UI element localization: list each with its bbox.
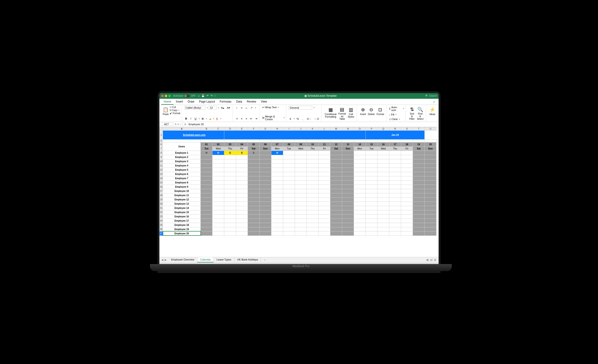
grid-cell[interactable] — [389, 214, 401, 219]
grid-cell[interactable] — [260, 219, 271, 223]
grid-cell[interactable] — [236, 202, 248, 206]
grid-cell[interactable] — [201, 206, 212, 210]
grid-cell[interactable] — [224, 206, 236, 210]
column-header[interactable]: O — [354, 127, 366, 130]
grid-cell[interactable] — [212, 168, 224, 172]
grid-cell[interactable] — [342, 176, 354, 180]
grid-cell[interactable] — [307, 189, 319, 193]
column-header[interactable]: S — [401, 127, 413, 130]
grid-cell[interactable] — [366, 219, 378, 223]
grid-cell[interactable] — [201, 155, 212, 159]
grid-cell[interactable] — [378, 202, 389, 206]
row-header[interactable]: 18 — [160, 193, 163, 197]
grid-cell[interactable] — [378, 223, 389, 227]
grid-cell[interactable] — [307, 176, 319, 180]
grid-cell[interactable] — [366, 197, 378, 202]
grid-cell[interactable] — [271, 231, 283, 236]
grid-cell[interactable] — [413, 159, 425, 163]
grid-cell[interactable] — [248, 180, 260, 185]
page-layout-view-icon[interactable]: ▤ — [430, 258, 432, 261]
grid-cell[interactable] — [236, 163, 248, 168]
grid-cell[interactable] — [283, 197, 295, 202]
cancel-formula-button[interactable]: ✕ — [177, 123, 179, 126]
grid-cell[interactable] — [354, 185, 366, 189]
comma-button[interactable]: , — [301, 117, 305, 121]
grid-cell[interactable] — [224, 189, 236, 193]
number-format-select[interactable] — [289, 106, 312, 110]
grid-cell[interactable] — [212, 185, 224, 189]
grid-cell[interactable] — [260, 185, 271, 189]
grid-cell[interactable] — [283, 168, 295, 172]
grid-cell[interactable] — [201, 219, 212, 223]
grid-cell[interactable] — [354, 176, 366, 180]
grid-cell[interactable] — [201, 185, 212, 189]
grid-cell[interactable] — [236, 214, 248, 219]
grid-cell[interactable] — [201, 193, 212, 197]
employee-name-cell[interactable]: Employee 13 — [163, 202, 201, 206]
grid-cell[interactable] — [224, 210, 236, 214]
grid-cell[interactable] — [248, 219, 260, 223]
grid-cell[interactable] — [389, 176, 401, 180]
chevron-down-icon[interactable]: ▾ — [207, 107, 208, 109]
grid-cell[interactable] — [342, 202, 354, 206]
grid-cell[interactable] — [342, 180, 354, 185]
grid-cell[interactable] — [425, 193, 436, 197]
grid-cell[interactable] — [378, 227, 389, 231]
grid-cell[interactable] — [413, 172, 425, 176]
grid-cell[interactable] — [354, 193, 366, 197]
row-header[interactable]: 6 — [160, 142, 163, 146]
grid-cell[interactable] — [260, 206, 271, 210]
grid-cell[interactable] — [425, 214, 436, 219]
grid-cell[interactable] — [260, 176, 271, 180]
empty-grid-area[interactable] — [159, 236, 439, 257]
ideas-button[interactable]: ⚡Ideas — [428, 106, 436, 121]
grid-cell[interactable]: H — [201, 151, 212, 155]
grid-cell[interactable] — [307, 197, 319, 202]
grid-cell[interactable] — [378, 197, 389, 202]
day-header[interactable]: Sun — [342, 146, 354, 151]
grid-cell[interactable] — [389, 151, 401, 155]
grid-cell[interactable] — [307, 185, 319, 189]
grid-cell[interactable] — [413, 193, 425, 197]
grid-cell[interactable] — [236, 168, 248, 172]
grid-cell[interactable] — [413, 206, 425, 210]
column-header[interactable]: R — [389, 127, 401, 130]
grid-cell[interactable] — [378, 163, 389, 168]
grid-cell[interactable] — [248, 231, 260, 236]
date-header[interactable]: 03 — [224, 142, 236, 146]
grid-cell[interactable] — [330, 176, 342, 180]
sheet-tab-employee-overview[interactable]: Employee Overview — [168, 257, 197, 262]
grid-cell[interactable] — [413, 223, 425, 227]
grid-cell[interactable] — [271, 206, 283, 210]
date-header[interactable]: 07 — [271, 142, 283, 146]
grid-cell[interactable] — [401, 159, 413, 163]
grid-cell[interactable] — [201, 189, 212, 193]
grid-cell[interactable] — [401, 185, 413, 189]
grid-cell[interactable] — [330, 163, 342, 168]
date-header[interactable]: 19 — [413, 142, 425, 146]
grid-cell[interactable] — [389, 163, 401, 168]
grid-cell[interactable] — [319, 202, 330, 206]
day-header[interactable]: Mon — [271, 146, 283, 151]
grid-cell[interactable] — [330, 172, 342, 176]
grid-cell[interactable] — [330, 202, 342, 206]
grid-cell[interactable] — [212, 180, 224, 185]
grid-cell[interactable] — [401, 206, 413, 210]
grid-cell[interactable] — [330, 155, 342, 159]
grid-cell[interactable] — [283, 214, 295, 219]
grid-cell[interactable] — [295, 214, 307, 219]
grid-cell[interactable] — [224, 202, 236, 206]
grid-cell[interactable] — [330, 189, 342, 193]
page-break-view-icon[interactable]: ▥ — [434, 258, 436, 261]
employee-name-cell[interactable]: Employee 18 — [163, 223, 201, 227]
grid-cell[interactable] — [366, 193, 378, 197]
grid-cell[interactable] — [236, 231, 248, 236]
grid-cell[interactable] — [260, 202, 271, 206]
grid-cell[interactable] — [342, 193, 354, 197]
grid-cell[interactable] — [319, 155, 330, 159]
grid-cell[interactable] — [342, 210, 354, 214]
date-header[interactable]: 12 — [330, 142, 342, 146]
grid-cell[interactable] — [389, 210, 401, 214]
grid-cell[interactable] — [413, 176, 425, 180]
grid-cell[interactable] — [283, 180, 295, 185]
